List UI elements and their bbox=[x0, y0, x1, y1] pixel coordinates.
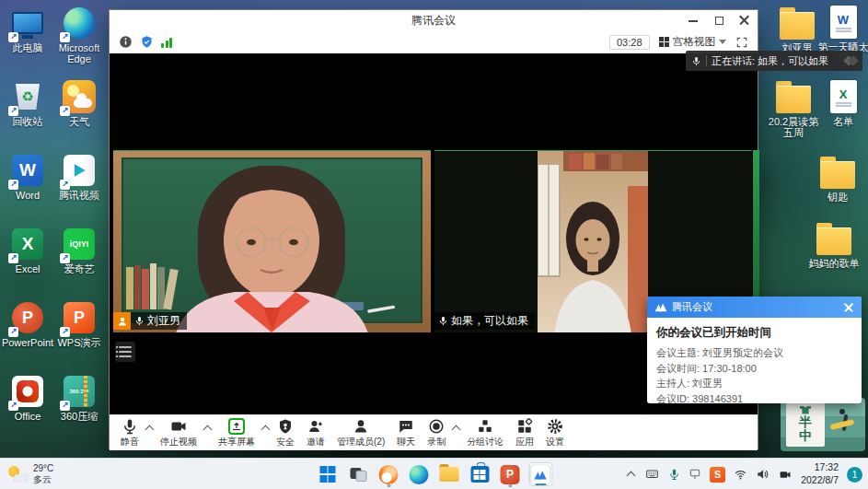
agenda-list-icon[interactable] bbox=[115, 342, 135, 362]
sogou-input-icon[interactable]: S bbox=[710, 467, 725, 483]
taskbar-360-browser[interactable] bbox=[376, 462, 400, 486]
share-options-chevron[interactable] bbox=[261, 424, 270, 432]
start-button[interactable] bbox=[316, 462, 340, 486]
settings-gear-icon bbox=[547, 418, 563, 435]
desktop-icon-office[interactable]: ↗ Office bbox=[2, 370, 53, 444]
shortcut-arrow-icon: ↗ bbox=[8, 327, 18, 337]
weather-icon: ↗ bbox=[62, 79, 97, 114]
invite-button[interactable]: 邀请 bbox=[307, 418, 325, 448]
desktop-icon-360zip[interactable]: 360 ZIP↗ 360压缩 bbox=[53, 370, 105, 444]
notification-app-name: 腾讯会议 bbox=[672, 300, 712, 314]
desktop-icon-folder-liuyanan[interactable]: 刘亚男 bbox=[771, 6, 823, 53]
host-badge-icon bbox=[113, 312, 131, 330]
desktop-icon-folder-playlist[interactable]: 妈妈的歌单 bbox=[808, 221, 860, 269]
maximize-icon[interactable] bbox=[713, 15, 724, 26]
close-icon[interactable] bbox=[739, 15, 750, 26]
360zip-icon: 360 ZIP↗ bbox=[62, 374, 97, 409]
weather-condition: 多云 bbox=[33, 474, 53, 486]
word-icon: W↗ bbox=[10, 153, 45, 188]
share-screen-button[interactable]: 共享屏幕 bbox=[218, 418, 255, 448]
taskbar-clock[interactable]: 17:32 2022/8/7 bbox=[801, 461, 839, 486]
shortcut-arrow-icon: ↗ bbox=[8, 106, 18, 116]
breakout-rooms-button[interactable]: 分组讨论 bbox=[467, 418, 503, 448]
desktop-icon-recycle-bin[interactable]: ♻↗ 回收站 bbox=[2, 76, 53, 149]
tray-expand-chevron-icon[interactable] bbox=[627, 471, 636, 478]
record-button[interactable]: 录制 bbox=[427, 418, 446, 448]
camera-icon bbox=[170, 418, 187, 435]
notification-line: 会议时间: 17:30-18:00 bbox=[656, 361, 852, 377]
network-signal-icon[interactable] bbox=[161, 37, 172, 48]
meeting-info-icon[interactable] bbox=[119, 35, 133, 49]
close-icon[interactable] bbox=[843, 302, 854, 313]
window-titlebar[interactable]: 腾讯会议 bbox=[110, 10, 758, 30]
grid-view-icon bbox=[659, 37, 670, 48]
tray-microphone-icon[interactable] bbox=[668, 468, 680, 481]
desktop-icon-folder-keys[interactable]: 钥匙 bbox=[812, 155, 863, 203]
taskbar-edge[interactable] bbox=[407, 462, 431, 486]
wifi-icon[interactable] bbox=[734, 469, 747, 481]
manage-members-button[interactable]: 管理成员(2) bbox=[337, 418, 385, 448]
shortcut-arrow-icon: ↗ bbox=[8, 401, 18, 411]
tencent-meeting-icon bbox=[531, 465, 550, 484]
desktop-icon-wps[interactable]: P↗ WPS演示 bbox=[53, 297, 105, 370]
touch-keyboard-icon[interactable] bbox=[644, 468, 660, 481]
view-mode-button[interactable]: 宫格视图 bbox=[659, 35, 727, 49]
chat-button[interactable]: 聊天 bbox=[397, 418, 415, 448]
video-options-chevron[interactable] bbox=[203, 424, 212, 432]
meeting-status-bar: 03:28 宫格视图 bbox=[110, 30, 758, 53]
stop-video-button[interactable]: 停止视频 bbox=[160, 418, 197, 448]
excel-icon: X↗ bbox=[10, 227, 45, 262]
mute-options-chevron[interactable] bbox=[145, 424, 154, 432]
clock-date: 2022/8/7 bbox=[801, 474, 839, 487]
security-button[interactable]: 安全 bbox=[276, 418, 295, 448]
desktop-icon-this-pc[interactable]: ↗ 此电脑 bbox=[2, 2, 53, 76]
shortcut-arrow-icon: ↗ bbox=[60, 32, 70, 42]
microphone-icon bbox=[134, 316, 145, 326]
taskbar-weather-widget[interactable]: 29°C 多云 bbox=[7, 459, 53, 489]
fullscreen-icon[interactable] bbox=[735, 36, 748, 49]
powerpoint-icon: P↗ bbox=[10, 300, 45, 335]
video-tile-host[interactable]: 刘亚男 bbox=[113, 150, 431, 332]
desktop-icon-excel[interactable]: X↗ Excel bbox=[2, 223, 53, 297]
record-options-chevron[interactable] bbox=[452, 424, 460, 432]
desktop-icon-edge[interactable]: ↗ Microsoft Edge bbox=[53, 2, 105, 76]
task-view-button[interactable] bbox=[346, 462, 370, 486]
apps-button[interactable]: 应用 bbox=[515, 418, 534, 448]
desktop-icon-tencent-video[interactable]: ↗ 腾讯视频 bbox=[53, 149, 105, 223]
taskbar-powerpoint[interactable]: P bbox=[498, 462, 522, 486]
desktop-icon-word[interactable]: W↗ Word bbox=[2, 149, 53, 223]
taskbar-file-explorer[interactable] bbox=[437, 462, 461, 486]
apps-icon bbox=[516, 418, 533, 435]
settings-button[interactable]: 设置 bbox=[546, 418, 564, 448]
notification-count-badge[interactable]: 1 bbox=[847, 467, 862, 483]
weather-temperature: 29°C bbox=[33, 463, 53, 475]
desktop-icon-folder-reading[interactable]: 20.2晨读第五周 bbox=[768, 79, 819, 139]
desktop-icon-label: 爱奇艺 bbox=[64, 263, 95, 274]
tray-sign-icon[interactable] bbox=[689, 468, 701, 481]
desktop-icon-iqiyi[interactable]: iQIYI↗ 爱奇艺 bbox=[53, 223, 105, 297]
taskbar-tencent-meeting-active[interactable] bbox=[528, 462, 552, 486]
chat-icon bbox=[398, 418, 414, 435]
desktop-icon-label: 腾讯视频 bbox=[59, 190, 99, 201]
wallpaper-card-text: 半 中 bbox=[786, 402, 825, 447]
minimize-icon[interactable] bbox=[688, 15, 699, 26]
desktop-icon-powerpoint[interactable]: P↗ PowerPoint bbox=[2, 297, 53, 370]
desktop-icon-weather[interactable]: ↗ 天气 bbox=[53, 76, 105, 149]
mute-button[interactable]: 静音 bbox=[121, 418, 139, 448]
desktop-icon-excel-doc[interactable]: X 名单 bbox=[817, 79, 868, 127]
office-icon: ↗ bbox=[10, 374, 45, 409]
members-icon bbox=[353, 418, 369, 435]
wps-icon: P↗ bbox=[62, 300, 97, 335]
tray-camera-icon[interactable] bbox=[778, 469, 793, 481]
desktop-icon-label: 钥匙 bbox=[827, 192, 848, 203]
powerpoint-icon: P bbox=[501, 465, 520, 484]
desktop-icon-label: PowerPoint bbox=[2, 337, 53, 348]
meeting-notification-panel: 腾讯会议 你的会议已到开始时间 会议主题: 刘亚男预定的会议 会议时间: 17:… bbox=[647, 297, 862, 403]
participant-video-frame bbox=[538, 151, 648, 332]
weather-sun-cloud-icon bbox=[7, 465, 28, 483]
meeting-protect-shield-icon[interactable] bbox=[140, 35, 154, 49]
taskbar-microsoft-store[interactable] bbox=[468, 462, 492, 486]
speaker-icon[interactable] bbox=[756, 468, 770, 481]
taskbar-center-icons: P bbox=[316, 459, 552, 489]
desktop-icon-label: 此电脑 bbox=[13, 42, 43, 53]
